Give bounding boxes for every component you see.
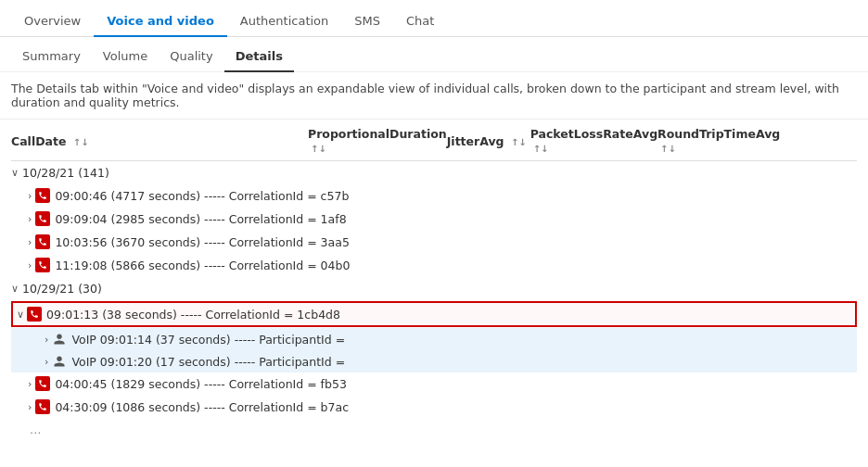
row-calltext: 11:19:08 (5866 seconds) ----- Correlatio… [55,259,857,272]
more-rows-indicator: … [11,419,857,441]
sub-table-row[interactable]: › VoIP 09:01:14 (37 seconds) ----- Parti… [11,328,857,350]
table-header-row: CallDate ↑↓ ProportionalDuration ↑↓ Jitt… [11,120,857,161]
expand-icon[interactable]: › [28,213,32,225]
tab-authentication[interactable]: Authentication [227,6,341,37]
sort-calldate-icon[interactable]: ↑↓ [73,137,89,147]
expand-icon[interactable]: › [45,334,48,346]
tab-overview[interactable]: Overview [11,6,94,37]
tab-voice-and-video[interactable]: Voice and video [94,6,227,37]
header-calldate[interactable]: CallDate ↑↓ [11,134,308,148]
person-icon [52,332,67,347]
table-row-selected[interactable]: ∨ 09:01:13 (38 seconds) ----- Correlatio… [11,301,857,327]
phone-icon [35,211,50,226]
person-icon [52,354,67,369]
page-description: The Details tab within "Voice and video"… [0,72,868,120]
header-proportional[interactable]: ProportionalDuration ↑↓ [308,127,447,155]
table-row[interactable]: › 09:09:04 (2985 seconds) ----- Correlat… [11,208,857,231]
group-1029-label: 10/29/21 (30) [22,282,102,296]
sort-roundtrip-icon[interactable]: ↑↓ [660,144,676,154]
row-calltext: 10:03:56 (3670 seconds) ----- Correlatio… [55,235,857,249]
ellipsis-text: … [30,423,42,436]
row-calltext: 04:30:09 (1086 seconds) ----- Correlatio… [55,400,857,414]
sort-jitter-icon[interactable]: ↑↓ [511,137,527,147]
subrow-text: VoIP 09:01:14 (37 seconds) ----- Partici… [71,333,857,347]
table-row[interactable]: › 04:30:09 (1086 seconds) ----- Correlat… [11,396,857,419]
table-row[interactable]: › 11:19:08 (5866 seconds) ----- Correlat… [11,254,857,277]
table-row[interactable]: › 09:00:46 (4717 seconds) ----- Correlat… [11,184,857,208]
group-1028-label: 10/28/21 (141) [22,166,109,180]
details-table: CallDate ↑↓ ProportionalDuration ↑↓ Jitt… [0,120,868,441]
expand-icon[interactable]: › [28,378,32,390]
row-calltext: 09:00:46 (4717 seconds) ----- Correlatio… [55,189,857,203]
chevron-down-icon: ∨ [11,283,19,295]
subnav-summary[interactable]: Summary [11,42,92,72]
top-navigation: Overview Voice and video Authentication … [0,0,868,37]
header-jitter[interactable]: JitterAvg ↑↓ [447,134,530,148]
expand-icon[interactable]: › [28,401,32,413]
subrow-text: VoIP 09:01:20 (17 seconds) ----- Partici… [71,355,857,369]
row-calltext: 09:01:13 (38 seconds) ----- CorrelationI… [46,308,855,322]
expand-icon[interactable]: › [45,356,48,368]
header-packetloss[interactable]: PacketLossRateAvg ↑↓ [530,127,657,155]
phone-icon [27,307,42,322]
sort-packetloss-icon[interactable]: ↑↓ [533,144,549,154]
expand-icon[interactable]: › [28,236,32,248]
subnav-quality[interactable]: Quality [159,42,223,72]
phone-icon [35,376,50,391]
chevron-down-icon: ∨ [11,167,19,179]
tab-sms[interactable]: SMS [341,6,393,37]
sub-table-row[interactable]: › VoIP 09:01:20 (17 seconds) ----- Parti… [11,350,857,372]
tab-chat[interactable]: Chat [393,6,447,37]
phone-icon [35,399,50,414]
sub-navigation: Summary Volume Quality Details [0,37,868,72]
group-1028-header[interactable]: ∨ 10/28/21 (141) [11,161,857,184]
phone-icon [35,258,50,272]
subnav-details[interactable]: Details [224,42,294,72]
expand-icon[interactable]: › [28,259,32,271]
row-calltext: 04:00:45 (1829 seconds) ----- Correlatio… [55,377,857,391]
expand-icon[interactable]: › [28,190,32,202]
table-row[interactable]: › 04:00:45 (1829 seconds) ----- Correlat… [11,372,857,396]
group-1029-header[interactable]: ∨ 10/29/21 (30) [11,277,857,300]
header-roundtrip[interactable]: RoundTripTimeAvg ↑↓ [657,127,780,155]
row-calltext: 09:09:04 (2985 seconds) ----- Correlatio… [55,212,857,226]
phone-icon [35,234,50,249]
table-row[interactable]: › 10:03:56 (3670 seconds) ----- Correlat… [11,231,857,254]
sort-proportional-icon[interactable]: ↑↓ [311,144,326,154]
expand-icon[interactable]: ∨ [17,309,24,321]
subnav-volume[interactable]: Volume [92,42,159,72]
phone-icon [35,188,50,203]
